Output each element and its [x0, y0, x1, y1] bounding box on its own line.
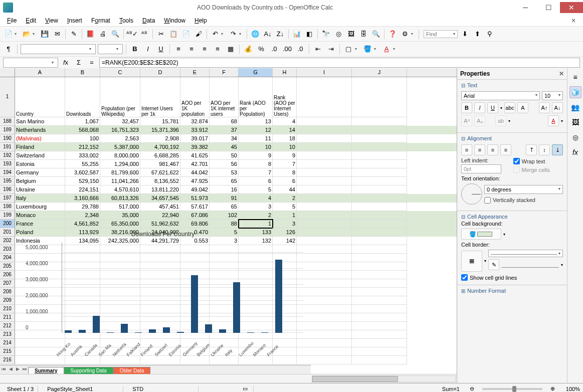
cell[interactable]: 1 [239, 220, 273, 228]
remove-decimal-icon[interactable]: .0 [295, 44, 306, 55]
panel-align-right-icon[interactable]: ≡ [487, 144, 498, 155]
border-preset-picker[interactable]: ▦ [461, 251, 482, 272]
name-box-input[interactable]: G200 [6, 59, 51, 66]
panel-sub-icon[interactable]: Aₐ [474, 115, 485, 126]
appearance-section-title[interactable]: Cell Appearance [461, 213, 563, 221]
cell[interactable] [297, 160, 352, 168]
save-icon[interactable]: 💾 [39, 29, 50, 40]
cell[interactable]: 56 [210, 160, 239, 168]
cell[interactable]: 42.701 [180, 160, 210, 168]
cell[interactable]: 55,255 [65, 160, 100, 168]
hyperlink-icon[interactable]: 🌐 [250, 29, 261, 40]
cell[interactable] [352, 143, 407, 151]
cell[interactable]: 224,151 [65, 185, 100, 194]
increase-indent-icon[interactable]: ⇥ [325, 44, 336, 55]
row-header[interactable]: 204 [0, 254, 15, 262]
cell[interactable] [297, 185, 352, 194]
edit-icon[interactable]: ✎ [68, 29, 79, 40]
cell[interactable]: 4,700,192 [140, 143, 180, 151]
cell[interactable]: 22,940 [140, 211, 180, 220]
sidebar-navigator-icon[interactable]: ◎ [569, 131, 581, 143]
chevron-down-icon[interactable]: ▾ [52, 60, 54, 65]
align-justify-icon[interactable]: ≡ [212, 44, 223, 55]
col-header-D[interactable]: D [140, 68, 180, 77]
cell[interactable]: 3 [239, 203, 273, 211]
fontcolor-icon[interactable]: A [381, 44, 392, 55]
cell[interactable]: 33.912 [180, 126, 210, 134]
cell[interactable]: 568,068 [65, 126, 100, 134]
cell[interactable]: 44.042 [180, 168, 210, 177]
cell[interactable] [140, 356, 180, 364]
cell[interactable]: 32.874 [180, 117, 210, 126]
tab-first-icon[interactable]: ⏮ [0, 366, 7, 373]
align-right-icon[interactable]: ≡ [199, 44, 210, 55]
cell[interactable] [297, 305, 352, 313]
panel-valign-bottom-icon[interactable]: ⤓ [552, 144, 563, 155]
find-input[interactable] [426, 31, 451, 37]
cell[interactable]: 65 [210, 203, 239, 211]
cell[interactable] [297, 313, 352, 322]
find-prev-icon[interactable]: ⬆ [472, 29, 483, 40]
cell[interactable]: 67,621,622 [140, 168, 180, 177]
cell[interactable]: 8 [273, 168, 297, 177]
row-header[interactable]: 200 [0, 220, 15, 228]
cell[interactable]: Belgium [15, 177, 65, 185]
cell[interactable] [352, 203, 407, 211]
cell[interactable] [352, 313, 407, 322]
numfmt-title[interactable]: Number Format [461, 287, 563, 295]
cell[interactable] [352, 168, 407, 177]
close-panel-icon[interactable]: ✕ [559, 70, 564, 77]
sidebar-styles-icon[interactable]: 👥 [569, 101, 581, 113]
menu-edit[interactable]: Edit [22, 16, 40, 25]
zoom-out-icon[interactable]: ⊖ [470, 385, 474, 392]
panel-italic-icon[interactable]: I [474, 102, 485, 113]
cell[interactable]: 6 [239, 177, 273, 185]
panel-strike-icon[interactable]: abc [504, 102, 515, 113]
rotation-dial[interactable] [461, 183, 482, 205]
cell[interactable] [297, 151, 352, 160]
row-header[interactable]: 211 [0, 313, 15, 322]
italic-icon[interactable]: I [142, 44, 153, 55]
cell[interactable]: 1 [273, 211, 297, 220]
row-header[interactable]: 193 [0, 160, 15, 168]
cell[interactable] [352, 134, 407, 143]
cell[interactable]: Ukraine [15, 185, 65, 194]
cell[interactable]: 47.925 [180, 177, 210, 185]
cell[interactable]: 8,136,552 [140, 177, 180, 185]
cell[interactable] [297, 271, 352, 279]
menu-insert[interactable]: Insert [63, 16, 86, 25]
cell[interactable] [297, 203, 352, 211]
indent-spinner[interactable]: 0pt [461, 164, 501, 173]
cell[interactable]: 517,000 [100, 203, 140, 211]
tab-next-icon[interactable]: ▶ [14, 366, 21, 373]
cell[interactable] [15, 356, 65, 364]
cell[interactable] [297, 254, 352, 262]
menu-tools[interactable]: Tools [115, 16, 137, 25]
preview-icon[interactable]: 🔍 [110, 29, 121, 40]
autospell-icon[interactable]: ᴬᴮ [139, 29, 150, 40]
status-mode[interactable]: STD [128, 386, 199, 392]
cell[interactable] [297, 339, 352, 347]
cell[interactable]: 7 [239, 168, 273, 177]
cell[interactable]: 457,451 [140, 203, 180, 211]
cell[interactable]: 4,570,610 [100, 185, 140, 194]
cell[interactable] [352, 296, 407, 305]
navigator-icon[interactable]: ◎ [333, 29, 344, 40]
cell[interactable] [100, 356, 140, 364]
cell[interactable]: 91 [210, 194, 239, 203]
cell[interactable] [352, 245, 407, 254]
cell[interactable] [352, 279, 407, 288]
cell[interactable] [297, 220, 352, 228]
cell[interactable]: 32,457 [100, 117, 140, 126]
cell[interactable]: 57.617 [180, 203, 210, 211]
copy-icon[interactable]: 📋 [168, 29, 179, 40]
col-header-J[interactable]: J [352, 68, 407, 77]
bg-color-picker[interactable]: 🪣 [461, 229, 501, 240]
menu-file[interactable]: File [3, 16, 21, 25]
header-cell[interactable] [352, 77, 407, 117]
row-header[interactable]: 189 [0, 126, 15, 134]
cell[interactable]: Luxembourg [15, 203, 65, 211]
cell[interactable] [352, 194, 407, 203]
panel-fontsize-combo[interactable]: 10▾ [542, 91, 563, 100]
cell[interactable] [352, 347, 407, 356]
